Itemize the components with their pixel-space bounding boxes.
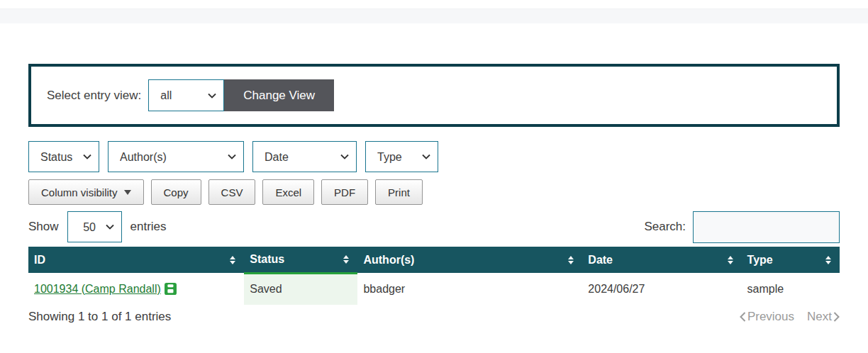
next-label: Next	[807, 310, 832, 324]
column-header-status[interactable]: Status	[244, 247, 357, 273]
print-button[interactable]: Print	[375, 179, 423, 205]
csv-button[interactable]: CSV	[208, 179, 256, 205]
page-length-control: Show 50 entries	[28, 211, 167, 242]
status-cell: Saved	[244, 273, 357, 305]
change-view-button[interactable]: Change View	[224, 79, 334, 111]
show-label: Show	[28, 220, 59, 234]
column-label: Type	[747, 254, 773, 267]
entry-view-select-wrap: all	[148, 79, 224, 111]
type-filter-select[interactable]: Type	[365, 141, 438, 172]
entry-link[interactable]: 1001934 (Camp Randall)	[34, 283, 161, 296]
previous-label: Previous	[747, 310, 794, 324]
chevron-left-icon	[740, 312, 746, 322]
sort-icon	[343, 255, 349, 264]
search-input[interactable]	[693, 211, 840, 243]
date-filter-select[interactable]: Date	[252, 141, 357, 172]
table-header-row: ID Status Author(s) Date Type	[28, 247, 840, 273]
search-control: Search:	[644, 211, 840, 243]
table-row: 1001934 (Camp Randall) Saved bbadger 202…	[28, 273, 840, 305]
status-filter-select[interactable]: Status	[28, 141, 99, 172]
next-page-button[interactable]: Next	[807, 310, 840, 324]
sort-icon	[728, 256, 733, 264]
entry-view-select[interactable]: all	[148, 79, 224, 111]
entry-view-panel: Select entry view: all Change View	[28, 64, 840, 127]
excel-button[interactable]: Excel	[262, 179, 314, 205]
date-filter-wrap: Date	[252, 141, 357, 172]
copy-button[interactable]: Copy	[151, 179, 201, 205]
column-header-id[interactable]: ID	[28, 247, 244, 273]
column-label: Date	[588, 254, 613, 267]
entries-label: entries	[130, 220, 167, 234]
status-filter-wrap: Status	[28, 141, 99, 172]
previous-page-button[interactable]: Previous	[740, 310, 794, 324]
page-content: Select entry view: all Change View Statu…	[28, 64, 840, 324]
pagination: Previous Next	[740, 310, 840, 324]
table-toolbar: Column visibility Copy CSV Excel PDF Pri…	[28, 179, 840, 205]
caret-down-icon	[124, 190, 131, 195]
type-filter-wrap: Type	[365, 141, 438, 172]
column-label: Author(s)	[363, 254, 414, 267]
authors-filter-select[interactable]: Author(s)	[108, 141, 244, 172]
column-label: Status	[250, 253, 284, 266]
page-length-select[interactable]: 50	[67, 211, 122, 242]
table-controls-row: Show 50 entries Search:	[28, 210, 840, 244]
authors-cell: bbadger	[357, 273, 582, 305]
column-header-date[interactable]: Date	[582, 247, 741, 273]
column-header-type[interactable]: Type	[742, 247, 840, 273]
table-info: Showing 1 to 1 of 1 entries	[28, 310, 171, 324]
table-footer-row: Showing 1 to 1 of 1 entries Previous Nex…	[28, 310, 840, 324]
authors-filter-wrap: Author(s)	[108, 141, 244, 172]
type-cell: sample	[742, 273, 840, 305]
sort-icon	[825, 256, 831, 264]
filter-row: Status Author(s) Date Type	[28, 141, 840, 172]
id-cell: 1001934 (Camp Randall)	[28, 273, 244, 305]
pdf-button[interactable]: PDF	[321, 179, 368, 205]
column-label: ID	[34, 254, 45, 267]
column-visibility-button[interactable]: Column visibility	[28, 179, 144, 205]
sort-icon	[230, 256, 235, 264]
entry-view-label: Select entry view:	[47, 89, 141, 103]
chevron-right-icon	[833, 312, 840, 322]
sort-icon	[568, 256, 574, 264]
top-band	[0, 9, 868, 23]
search-label: Search:	[644, 220, 686, 234]
page-length-select-wrap: 50	[67, 211, 122, 242]
column-header-authors[interactable]: Author(s)	[357, 247, 582, 273]
date-cell: 2024/06/27	[582, 273, 741, 305]
entries-table: ID Status Author(s) Date Type	[28, 247, 840, 305]
column-visibility-label: Column visibility	[41, 186, 118, 198]
save-icon[interactable]	[165, 283, 177, 295]
